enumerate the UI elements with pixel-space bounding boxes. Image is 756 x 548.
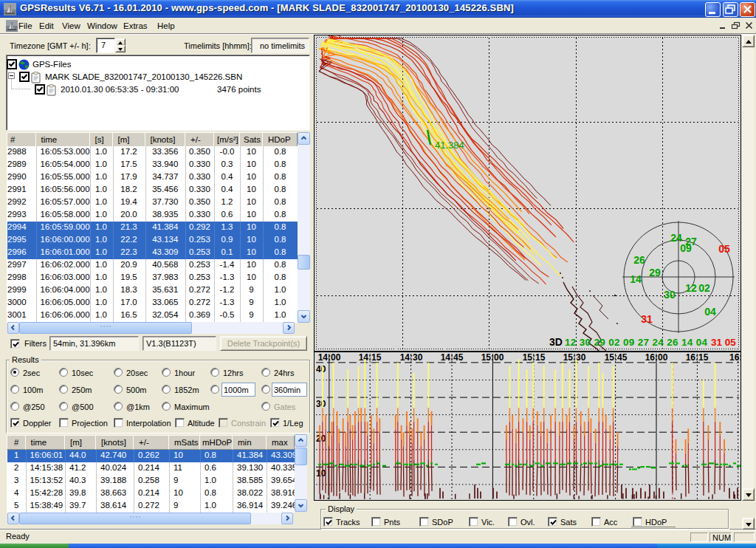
- svg-text:15:30: 15:30: [563, 352, 586, 363]
- svg-text:16:00: 16:00: [645, 352, 668, 363]
- svg-text:04: 04: [704, 306, 716, 318]
- svg-text:20: 20: [316, 434, 326, 444]
- svg-text:14:00: 14:00: [318, 352, 341, 363]
- svg-text:31: 31: [641, 313, 653, 325]
- svg-text:16:3: 16:3: [729, 352, 740, 363]
- svg-text:31 05: 31 05: [711, 337, 736, 348]
- svg-text:02: 02: [698, 282, 710, 294]
- svg-text:29: 29: [649, 267, 661, 278]
- svg-text:14:30: 14:30: [400, 352, 423, 363]
- svg-text:14:45: 14:45: [441, 352, 464, 363]
- svg-text:26: 26: [633, 254, 645, 266]
- svg-text:14: 14: [630, 273, 642, 285]
- svg-text:40: 40: [316, 364, 326, 374]
- svg-text:12 30 29 02 09 27 24 26 14 04: 12 30 29 02 09 27 24 26 14 04: [565, 337, 707, 348]
- svg-text:15:45: 15:45: [605, 352, 628, 363]
- svg-text:10: 10: [316, 468, 326, 479]
- svg-text:05: 05: [718, 243, 730, 255]
- svg-text:30: 30: [664, 289, 676, 301]
- svg-text:15:15: 15:15: [523, 352, 546, 363]
- svg-text:09: 09: [680, 242, 692, 254]
- svg-text:3D: 3D: [549, 336, 563, 348]
- svg-text:14:15: 14:15: [359, 352, 382, 363]
- svg-text:12: 12: [685, 282, 697, 294]
- svg-text:15:00: 15:00: [481, 352, 504, 363]
- svg-text:30: 30: [316, 399, 326, 409]
- svg-text:16:15: 16:15: [686, 352, 709, 363]
- svg-text:41.384: 41.384: [435, 140, 464, 151]
